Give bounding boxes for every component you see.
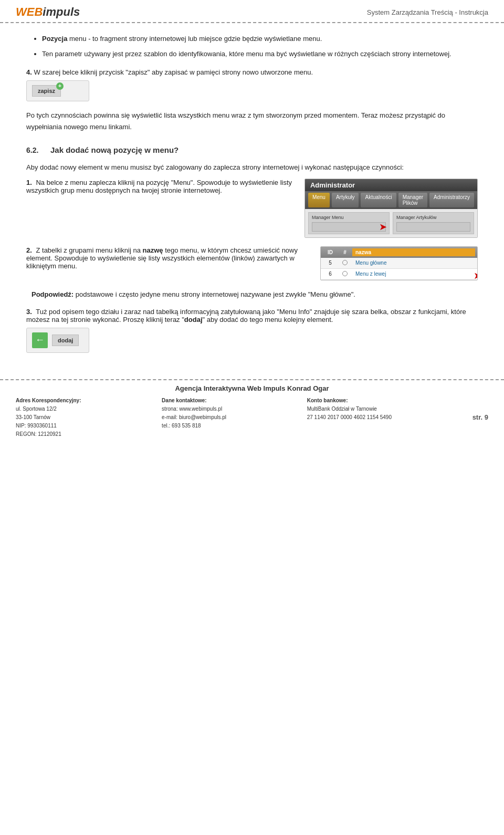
- footer-address: Adres Korespondencyjny: ul. Sportowa 12/…: [16, 396, 81, 439]
- step4-label: 4.: [26, 68, 32, 76]
- bank-name: MultiBank Oddział w Tarnowie: [307, 405, 392, 413]
- row2-nazwa[interactable]: Menu z lewej: [352, 270, 475, 278]
- address-nip: NIP: 9930360111: [16, 422, 81, 430]
- step2-text1: Z tabelki z grupami menu kliknij na: [36, 246, 142, 254]
- step2-num: 2.: [26, 246, 32, 254]
- step3-num: 3.: [26, 308, 32, 316]
- step-1-text: 1. Na belce z menu zaplecza kliknij na p…: [26, 179, 294, 194]
- step3-bold: dodaj: [184, 316, 203, 323]
- admin-panel-artykuly-title: Manager Artykułów: [396, 215, 437, 220]
- admin-bar: Administrator: [305, 179, 477, 191]
- table-screenshot: ID # nazwa 5 Menu główne 6 Menu z lewej …: [320, 246, 478, 280]
- green-plus-icon: +: [56, 82, 64, 90]
- nav-artykuly[interactable]: Artykuły: [332, 193, 359, 207]
- dodaj-label-box: dodaj: [52, 335, 79, 346]
- section-intro: Aby dodać nowy element w menu musisz być…: [26, 162, 478, 173]
- row1-nazwa[interactable]: Menu główne: [352, 259, 475, 267]
- footer-contact: Dane kontaktowe: strona: www.webimpuls.p…: [162, 396, 226, 439]
- bank-account: 27 1140 2017 0000 4602 1154 5490: [307, 413, 392, 422]
- logo-web: WEB: [16, 5, 43, 18]
- table-row-2: 6 Menu z lewej ➤: [321, 269, 477, 280]
- table-header: ID # nazwa: [321, 247, 477, 258]
- address-street: ul. Sportowa 12/2: [16, 405, 81, 413]
- admin-screenshot: Administrator Menu Artykuły Aktualności …: [304, 179, 478, 238]
- row2-radio: [338, 270, 352, 278]
- step1-num: 1.: [26, 179, 32, 186]
- footer-agency: Agencja Interaktywna Web Impuls Konrad O…: [0, 384, 504, 392]
- nav-menu[interactable]: Menu: [308, 193, 330, 207]
- logo-impuls: impuls: [43, 5, 80, 18]
- dodaj-label: dodaj: [58, 337, 73, 343]
- step-2-row: 2. Z tabelki z grupami menu kliknij na n…: [26, 246, 478, 280]
- footer-bank: Konto bankowe: MultiBank Oddział w Tarno…: [307, 396, 392, 439]
- zapisz-label: zapisz: [38, 88, 55, 94]
- bank-label: Konto bankowe:: [307, 396, 392, 405]
- contact-email: e-mail: biuro@webimpuls.pl: [162, 413, 226, 422]
- admin-title: Administrator: [310, 181, 355, 189]
- step-4: 4. W szarej belce kliknij przycisk "zapi…: [26, 68, 478, 76]
- step-2-text: 2. Z tabelki z grupami menu kliknij na n…: [26, 246, 310, 270]
- hint-label: Podpowiedź:: [32, 290, 74, 298]
- bullet1-bold: Pozycja: [42, 35, 67, 43]
- step2-text3: Spowoduje to wyświetlenie się listy wszy…: [26, 254, 295, 270]
- nav-aktualnosci[interactable]: Aktualności: [361, 193, 396, 207]
- row2-id: 6: [323, 270, 338, 278]
- page-number: str. 9: [472, 412, 488, 423]
- main-content: Pozycja menu - to fragment strony intern…: [0, 23, 504, 363]
- admin-nav: Menu Artykuły Aktualności Manager Plików…: [305, 191, 477, 209]
- table-red-arrow: ➤: [474, 270, 478, 280]
- bullet1-text: menu - to fragment strony internetowej l…: [67, 35, 322, 43]
- contact-label: Dane kontaktowe:: [162, 396, 226, 405]
- row1-id: 5: [323, 259, 338, 267]
- step2-bold: nazwę: [143, 246, 163, 254]
- bullet-item-1: Pozycja menu - to fragment strony intern…: [42, 34, 478, 45]
- nav-administratorzy[interactable]: Administratorzy: [429, 193, 474, 207]
- red-arrow-icon: ➤: [379, 221, 387, 233]
- zapisz-image: zapisz +: [26, 80, 89, 101]
- address-city: 33-100 Tarnów: [16, 413, 81, 422]
- hint-box: Podpowiedź: podstawowe i często jedyne m…: [26, 289, 478, 300]
- step1-text1: Na belce z menu zaplecza kliknij na pozy…: [36, 179, 195, 186]
- page-header: WEBimpuls System Zarządzania Treścią - I…: [0, 0, 504, 23]
- address-regon: REGON: 12120921: [16, 430, 81, 439]
- contact-web: strona: www.webimpuls.pl: [162, 405, 226, 413]
- step-1-row: 1. Na belce z menu zaplecza kliknij na p…: [26, 179, 478, 238]
- step-3: 3. Tuż pod opisem tego działu i zaraz na…: [26, 308, 478, 323]
- contact-tel: tel.: 693 535 818: [162, 422, 226, 430]
- dodaj-arrow-icon: ←: [32, 332, 48, 348]
- admin-panel-menu-title: Manager Menu: [312, 215, 344, 220]
- step3-text2: " aby dodać do tego menu kolejny element…: [203, 316, 333, 323]
- address-label: Adres Korespondencyjny:: [16, 396, 81, 405]
- zapisz-label-box: zapisz +: [32, 85, 61, 97]
- col-hash: #: [338, 248, 352, 256]
- intro-bullets: Pozycja menu - to fragment strony intern…: [26, 34, 478, 60]
- table-row-1: 5 Menu główne: [321, 258, 477, 269]
- col-nazwa: nazwa: [352, 248, 475, 256]
- col-id: ID: [323, 248, 338, 256]
- admin-content-area: Manager Menu ➤ Manager Artykułów: [305, 209, 477, 237]
- logo: WEBimpuls: [16, 5, 80, 19]
- section-62-heading: 6.2. Jak dodać nową pozycję w menu?: [26, 145, 478, 154]
- hint-text: podstawowe i często jedyne menu strony i…: [76, 290, 355, 298]
- step-1-screenshot: Administrator Menu Artykuły Aktualności …: [304, 179, 478, 238]
- step-2-screenshot: ID # nazwa 5 Menu główne 6 Menu z lewej …: [320, 246, 478, 280]
- admin-panel-artykuly: Manager Artykułów: [393, 212, 474, 234]
- after-zapisz-text: Po tych czynnościach powinna się wyświet…: [26, 110, 478, 133]
- bullet2-text: Ten parametr używany jest przez szablon …: [42, 50, 452, 58]
- footer: Agencja Interaktywna Web Impuls Konrad O…: [0, 379, 504, 439]
- row1-radio: [338, 259, 352, 267]
- admin-panel-menu: Manager Menu ➤: [308, 212, 390, 234]
- section-title: Jak dodać nową pozycję w menu?: [50, 145, 178, 154]
- dodaj-image: ← dodaj: [26, 328, 89, 353]
- step4-text: W szarej belce kliknij przycisk "zapisz"…: [34, 68, 313, 76]
- section-number: 6.2.: [26, 146, 42, 154]
- footer-divider: [0, 379, 504, 380]
- nav-manager-plikow[interactable]: Manager Plików: [398, 193, 427, 207]
- header-title: System Zarządzania Treścią - Instrukcja: [367, 8, 488, 16]
- bullet-item-2: Ten parametr używany jest przez szablon …: [42, 49, 478, 60]
- footer-bottom: Adres Korespondencyjny: ul. Sportowa 12/…: [0, 396, 504, 439]
